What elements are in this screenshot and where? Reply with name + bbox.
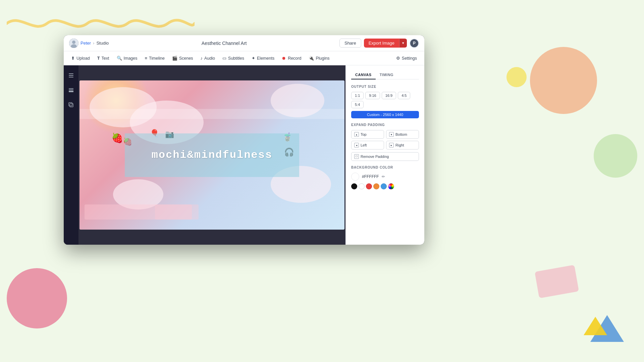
padding-top-icon: ▲ xyxy=(354,132,359,137)
breadcrumb-separator: › xyxy=(93,41,94,46)
swatch-black[interactable] xyxy=(351,183,357,189)
padding-top-button[interactable]: ▲ Top xyxy=(351,130,384,139)
images-icon: 🔍 xyxy=(117,56,122,61)
sidebar-layers-icon[interactable] xyxy=(65,69,77,81)
toolbar-plugins-label: Plugins xyxy=(316,56,329,61)
bg-deco-circle-pink xyxy=(7,268,67,328)
share-button[interactable]: Share xyxy=(339,39,361,48)
user-menu-button[interactable]: P xyxy=(410,39,419,48)
timeline-icon: ≡ xyxy=(145,56,148,61)
right-panel: CANVAS TIMING OUTPUT SIZE 1:1 9:16 16:9 … xyxy=(345,65,424,245)
scenes-icon: 🎬 xyxy=(172,56,177,61)
canvas-frame: 🍓 🍓 🎈 📷 🧋 🎧 mochi&mindfulness xyxy=(79,80,344,230)
toolbar-audio[interactable]: ♪ Audio xyxy=(197,54,218,63)
app-main: 🍓 🍓 🎈 📷 🧋 🎧 mochi&mindfulness CANVAS xyxy=(64,65,424,245)
tab-timing[interactable]: TIMING xyxy=(376,71,398,79)
app-toolbar: ⬆ Upload T Text 🔍 Images ≡ Timeline 🎬 Sc… xyxy=(64,51,424,65)
padding-buttons-grid: ▲ Top ▼ Bottom ◄ Left ► Right xyxy=(351,130,419,149)
swatch-white[interactable] xyxy=(359,183,365,189)
svg-rect-7 xyxy=(69,88,73,90)
toolbar-record[interactable]: ⏺ Record xyxy=(278,54,305,63)
bg-squiggle xyxy=(7,10,195,37)
toolbar-plugins[interactable]: 🔌 Plugins xyxy=(305,54,333,63)
sticker-strawberry-1[interactable]: 🍓 xyxy=(111,132,123,143)
sidebar-stack-icon[interactable] xyxy=(65,84,77,96)
svg-point-1 xyxy=(72,41,75,44)
breadcrumb-user[interactable]: Peter xyxy=(80,41,91,46)
export-dropdown-arrow[interactable]: ▾ xyxy=(399,39,407,47)
bg-color-title: BACKGROUND COLOR xyxy=(351,166,419,169)
toolbar-upload[interactable]: ⬆ Upload xyxy=(68,54,93,63)
color-picker-icon[interactable]: ✏ xyxy=(382,174,385,179)
bg-deco-dot-yellow xyxy=(506,67,527,87)
padding-top-label: Top xyxy=(361,132,367,136)
svg-rect-9 xyxy=(69,103,72,106)
padding-left-button[interactable]: ◄ Left xyxy=(351,141,384,149)
swatch-orange[interactable] xyxy=(373,183,379,189)
subtitles-icon: ▭ xyxy=(222,56,226,61)
toolbar-subtitles-label: Subtitles xyxy=(228,56,244,61)
color-row: #FFFFFF ✏ xyxy=(351,173,419,181)
remove-padding-label: Remove Padding xyxy=(361,155,389,159)
settings-icon: ⚙ xyxy=(396,56,400,61)
bg-deco-triangle-yellow xyxy=(584,317,607,335)
record-icon: ⏺ xyxy=(282,56,286,61)
upload-icon: ⬆ xyxy=(71,56,75,61)
padding-bottom-label: Bottom xyxy=(395,132,407,136)
toolbar-elements[interactable]: ✦ Elements xyxy=(248,54,278,63)
toolbar-timeline-label: Timeline xyxy=(149,56,165,61)
swatch-blue[interactable] xyxy=(381,183,387,189)
toolbar-text-label: Text xyxy=(102,56,109,61)
breadcrumb-studio: Studio xyxy=(96,41,109,46)
padding-left-label: Left xyxy=(361,143,367,147)
remove-padding-button[interactable]: ☐ Remove Padding xyxy=(351,152,419,161)
export-button[interactable]: Export Image ▾ xyxy=(364,39,407,48)
toolbar-upload-label: Upload xyxy=(76,56,90,61)
app-header: Peter › Studio Aesthetic Channel Art Sha… xyxy=(64,35,424,51)
toolbar-scenes-label: Scenes xyxy=(179,56,193,61)
padding-bottom-button[interactable]: ▼ Bottom xyxy=(386,130,419,139)
color-preview[interactable] xyxy=(351,173,359,181)
toolbar-elements-label: Elements xyxy=(257,56,274,61)
expand-padding-title: EXPAND PADDING xyxy=(351,123,419,127)
bg-deco-circle-orange xyxy=(530,47,597,114)
canvas-area[interactable]: 🍓 🍓 🎈 📷 🧋 🎧 mochi&mindfulness xyxy=(78,65,345,245)
padding-left-icon: ◄ xyxy=(354,143,359,147)
toolbar-images-label: Images xyxy=(124,56,138,61)
size-1-1[interactable]: 1:1 xyxy=(351,92,364,99)
size-4-5[interactable]: 4:5 xyxy=(398,92,410,99)
padding-right-button[interactable]: ► Right xyxy=(386,141,419,149)
sidebar-copy-icon[interactable] xyxy=(65,99,77,111)
toolbar-images[interactable]: 🔍 Images xyxy=(113,54,141,63)
toolbar-text[interactable]: T Text xyxy=(94,54,113,63)
bg-deco-rect-pink xyxy=(535,265,579,298)
tab-canvas[interactable]: CANVAS xyxy=(351,71,376,79)
remove-padding-icon: ☐ xyxy=(354,154,359,159)
svg-rect-3 xyxy=(69,73,73,74)
svg-rect-5 xyxy=(69,77,73,77)
size-16-9[interactable]: 16:9 xyxy=(382,92,396,99)
settings-button[interactable]: ⚙ Settings xyxy=(393,54,420,63)
size-5-4[interactable]: 5:4 xyxy=(351,101,364,108)
size-9-16[interactable]: 9:16 xyxy=(365,92,380,99)
light-band xyxy=(79,109,344,119)
export-main-label[interactable]: Export Image xyxy=(364,39,399,48)
size-custom-button[interactable]: Custom - 2560 x 1440 xyxy=(351,111,419,118)
breadcrumb: Peter › Studio xyxy=(69,39,109,48)
text-icon: T xyxy=(97,56,100,61)
toolbar-subtitles[interactable]: ▭ Subtitles xyxy=(219,54,248,63)
bottom-blur-2 xyxy=(155,204,199,220)
padding-right-icon: ► xyxy=(389,143,394,147)
swatch-rainbow[interactable] xyxy=(388,183,394,189)
swatch-red[interactable] xyxy=(366,183,372,189)
bg-deco-circle-green xyxy=(594,134,637,178)
size-buttons-group: 1:1 9:16 16:9 4:5 5:4 xyxy=(351,92,419,108)
color-hex-value[interactable]: #FFFFFF xyxy=(362,174,379,179)
padding-right-label: Right xyxy=(395,143,404,147)
bg-deco-triangle-blue xyxy=(590,315,624,342)
toolbar-timeline[interactable]: ≡ Timeline xyxy=(142,54,168,63)
panel-tabs: CANVAS TIMING xyxy=(351,71,419,79)
color-swatches xyxy=(351,183,419,189)
banner-overlay[interactable]: mochi&mindfulness xyxy=(125,133,299,177)
toolbar-scenes[interactable]: 🎬 Scenes xyxy=(169,54,197,63)
